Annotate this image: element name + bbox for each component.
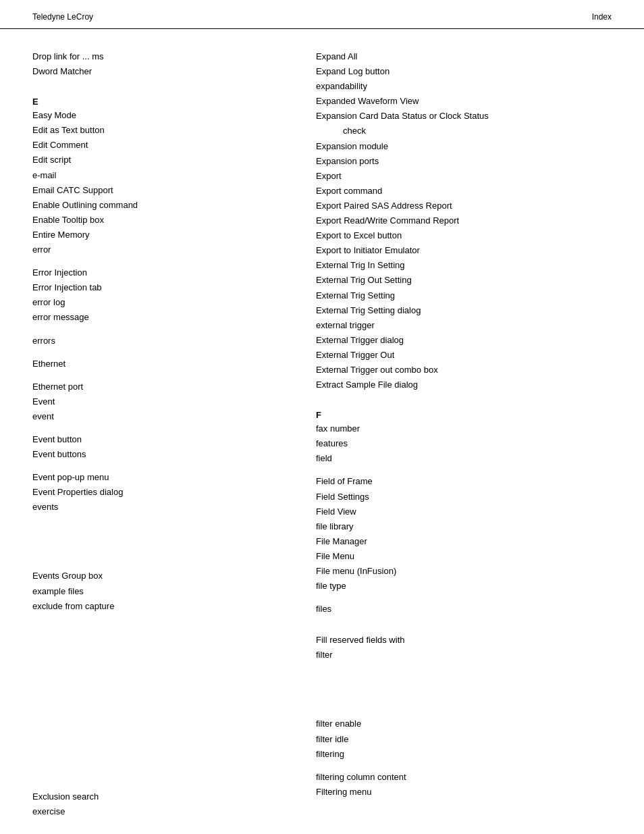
list-item: event [32,409,316,424]
ethernet-port-group: Ethernet port Event event [32,380,316,424]
event-button-group: Event button Event buttons [32,432,316,462]
list-item: Event buttons [32,447,316,462]
list-item: Filtering menu [316,785,612,800]
list-item: exercise [32,804,316,819]
list-item: Enable Outlining command [32,198,316,213]
list-item: filter [316,648,612,662]
list-item: error message [32,310,316,325]
list-item: file library [316,519,612,534]
expand-group: Expand All Expand Log button expandabili… [316,49,612,392]
list-item: Extract Sample File dialog [316,377,612,392]
error-group: Error Injection Error Injection tab erro… [32,265,316,325]
section-f-filtering-group: filtering column content Filtering menu [316,770,612,800]
list-item: check [316,124,612,138]
header-left: Teledyne LeCroy [32,12,93,22]
list-item: Edit Comment [32,138,316,153]
list-item: Expand All [316,49,612,64]
list-item: Event pop-up menu [32,470,316,485]
list-item: filter enable [316,716,612,731]
list-item: file type [316,579,612,594]
list-item: Expansion Card Data Status or Clock Stat… [316,109,612,124]
section-e-entries: Easy Mode Edit as Text button Edit Comme… [32,108,316,257]
list-item: Enable Tooltip box [32,213,316,228]
list-item: filter idle [316,732,612,747]
list-item: External Trig Setting [316,288,612,303]
list-item: filtering column content [316,770,612,785]
list-item: exclude from capture [32,599,316,614]
list-item: Edit script [32,153,316,167]
list-item: errors [32,334,316,348]
list-item: Error Injection [32,265,316,280]
list-item: File menu (InFusion) [316,564,612,579]
section-e-label: E [32,97,316,107]
section-f-label: F [316,410,612,420]
list-item: example files [32,584,316,599]
section-f-filter-group: filter enable filter idle filtering [316,716,612,761]
list-item: Export Read/Write Command Report [316,213,612,228]
left-column: Drop link for ... ms Dword Matcher E Eas… [32,49,316,819]
list-item: Easy Mode [32,108,316,123]
list-item: error log [32,295,316,310]
header-right: Index [592,12,612,22]
page-header: Teledyne LeCroy Index [0,0,644,29]
list-item: Field View [316,504,612,519]
list-item: External Trig Out Setting [316,273,612,288]
list-item: Error Injection tab [32,280,316,295]
section-f-group2: Field of Frame Field Settings Field View… [316,474,612,594]
list-item: Field Settings [316,490,612,504]
list-item: files [316,602,612,617]
list-item: Exclusion search [32,789,316,804]
list-item: Entire Memory [32,228,316,242]
right-column: Expand All Expand Log button expandabili… [316,49,612,819]
list-item: Expansion module [316,139,612,154]
errors-group: errors [32,334,316,348]
event-popup-group: Event pop-up menu Event Properties dialo… [32,470,316,515]
list-item: Event [32,394,316,409]
list-item: Expand Log button [316,64,612,79]
list-item: features [316,436,612,451]
exclusion-group: Exclusion search exercise [32,789,316,819]
list-item: Event button [32,432,316,447]
list-item: external trigger [316,318,612,333]
list-item: External Trig In Setting [316,258,612,273]
list-item: External Trigger Out [316,348,612,363]
list-item: Edit as Text button [32,123,316,138]
list-item: Field of Frame [316,474,612,489]
list-item: e-mail [32,168,316,183]
list-item: File Manager [316,534,612,549]
list-item: Export Paired SAS Address Report [316,199,612,213]
list-item: field [316,451,612,466]
list-item: Ethernet port [32,380,316,394]
list-item: External Trigger dialog [316,333,612,348]
section-f-group1: fax number features field [316,421,612,466]
list-item: Fill reserved fields with [316,633,612,648]
list-item: expandability [316,79,612,94]
list-item: error [32,242,316,257]
section-f-fill-filter: Fill reserved fields with filter [316,633,612,662]
section-f-files: files [316,602,612,617]
list-item: Export to Excel button [316,228,612,243]
list-item: Event Properties dialog [32,485,316,500]
list-item: External Trig Setting dialog [316,303,612,318]
ethernet-group: Ethernet [32,357,316,371]
list-item: Ethernet [32,357,316,371]
list-item: Drop link for ... ms [32,49,316,64]
list-item: Expansion ports [316,154,612,169]
list-item: Export command [316,184,612,199]
list-item: Dword Matcher [32,64,316,79]
list-item: External Trigger out combo box [316,363,612,377]
list-item: Email CATC Support [32,183,316,198]
top-entries-left: Drop link for ... ms Dword Matcher [32,49,316,79]
list-item: Expanded Waveform View [316,94,612,109]
events-group-box-group: Events Group box example files exclude f… [32,569,316,613]
page: Teledyne LeCroy Index Drop link for ... … [0,0,644,834]
content-area: Drop link for ... ms Dword Matcher E Eas… [0,29,644,834]
list-item: Events Group box [32,569,316,583]
list-item: File Menu [316,549,612,564]
list-item: filtering [316,747,612,762]
list-item: Export [316,169,612,184]
list-item: Export to Initiator Emulator [316,243,612,258]
list-item: fax number [316,421,612,436]
list-item: events [32,500,316,515]
